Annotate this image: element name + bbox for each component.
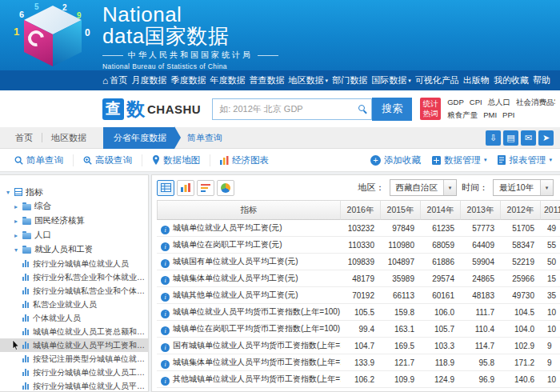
sidebar-indicator-item[interactable]: 按行业分城镇私营企业和个体就业人员 — [0, 284, 148, 298]
tab-data-map[interactable]: 数据地图 — [142, 154, 210, 166]
sidebar-indicator-item[interactable]: 按行业分私营企业和个体就业人员 — [0, 270, 148, 284]
hot-word[interactable]: 粮食产量 — [447, 110, 478, 119]
sidebar-indicator-item[interactable]: 个体就业人员 — [0, 311, 148, 325]
sidebar-category[interactable]: ▸ 国民经济核算 — [0, 214, 148, 228]
bar-chart-view-button[interactable] — [177, 180, 194, 196]
share-button[interactable]: ➤ — [538, 130, 554, 146]
table-row[interactable]: i城镇集体单位就业人员平均货币工资指数(上年=100) 133.9121.711… — [157, 354, 560, 371]
sidebar-category[interactable]: ▸ 综合 — [0, 199, 148, 214]
nav-item[interactable]: 年度数据 — [210, 74, 245, 86]
table-row[interactable]: i城镇单位就业人员平均实际工资指数(上年=100) 102.2157.4103.… — [157, 388, 560, 392]
sidebar-indicator-item[interactable]: 城镇单位就业人员工资总额和指数 — [0, 325, 148, 338]
hot-word[interactable]: PPI — [502, 110, 514, 119]
report-manage-menu[interactable]: 报表管理 ▾ — [498, 154, 552, 166]
breadcrumb-simple-query[interactable]: 简单查询 — [187, 132, 222, 144]
info-icon[interactable]: i — [161, 310, 170, 318]
info-icon[interactable]: i — [161, 276, 170, 285]
info-icon[interactable]: i — [161, 226, 170, 234]
table-row[interactable]: i城镇国有单位就业人员平均工资(元) 109839104897618865990… — [157, 254, 560, 270]
download-button[interactable]: ⇩ — [486, 130, 501, 146]
nav-item[interactable]: 季度数据 — [170, 74, 206, 86]
chashu-logo-shu: 数 — [126, 97, 145, 122]
caret-down-icon: ▾ — [443, 180, 456, 195]
value-cell: 157.4 — [381, 388, 421, 392]
table-row[interactable]: i城镇单位就业人员平均货币工资指数(上年=100) 105.5159.8106.… — [157, 304, 560, 321]
sidebar-indicator-item[interactable]: 按行业分城镇单位就业人员 — [0, 257, 148, 270]
search-input[interactable] — [212, 98, 372, 120]
nav-item[interactable]: 帮助 — [533, 74, 550, 86]
nav-item[interactable]: 国际数据 ▾ — [371, 74, 411, 86]
sidebar-indicator-item[interactable]: 按行业分城镇单位就业人员平均工资 — [0, 379, 148, 392]
value-cell: 102.2 — [341, 388, 381, 392]
info-icon[interactable]: i — [161, 293, 170, 302]
hot-word[interactable]: GDP — [447, 98, 464, 106]
value-cell: 48183 — [461, 287, 501, 304]
sidebar-indicator-item[interactable]: 按行业分城镇单位就业人员工资总额 — [0, 366, 148, 379]
data-manage-menu[interactable]: 数据管理 ▾ — [432, 154, 487, 166]
nav-item-label: 地区数据 — [289, 74, 324, 86]
value-cell: 61235 — [421, 220, 461, 237]
info-icon[interactable]: i — [161, 242, 170, 251]
value-cell: 103.1 — [421, 388, 461, 392]
row-label: 城镇集体单位就业人员平均工资(元) — [173, 274, 298, 282]
breadcrumb-home[interactable]: 首页 — [6, 132, 42, 144]
table-row[interactable]: i城镇单位在岗职工平均货币工资指数(上年=100) 99.4163.1105.7… — [157, 321, 560, 338]
nav-item[interactable]: 部门数据 — [332, 74, 367, 86]
table-row[interactable]: i其他城镇单位就业人员平均货币工资指数(上年=100) 106.2109.912… — [157, 371, 560, 388]
hot-word[interactable]: 社会消费品零售总额 — [516, 98, 555, 106]
info-icon[interactable]: i — [161, 360, 170, 369]
region-filter-label: 地区： — [358, 182, 385, 194]
plus-icon: + — [370, 155, 381, 166]
table-row[interactable]: i国有城镇单位就业人员平均货币工资指数(上年=100) 104.7169.510… — [157, 338, 560, 354]
table-row[interactable]: i城镇其他单位就业人员平均工资(元) 701926611360161481834… — [157, 287, 560, 304]
region-select[interactable]: 西藏自治区 ▾ — [390, 179, 458, 196]
breadcrumb-active-tab[interactable]: 分省年度数据 — [103, 127, 174, 149]
search-icon[interactable] — [358, 105, 365, 111]
search-button[interactable]: 搜索 — [372, 98, 412, 121]
info-icon[interactable]: i — [161, 326, 170, 335]
tree-root-label: 指标 — [26, 186, 43, 198]
hot-word[interactable]: PMI — [483, 110, 497, 119]
hot-word[interactable]: CPI — [470, 98, 482, 106]
breadcrumb-region-data[interactable]: 地区数据 — [42, 132, 95, 144]
time-select-value: 最近10年 — [494, 182, 540, 194]
tree-leaf-label: 城镇单位就业人员平均工资和指数 — [33, 340, 146, 351]
nav-item[interactable]: 月度数据 — [131, 74, 166, 86]
table-view-button[interactable] — [157, 180, 174, 196]
hot-word[interactable]: 总人口 — [488, 98, 511, 106]
value-cell: 10 — [541, 321, 560, 338]
tree-root-indicators[interactable]: ▾ 指标 — [0, 185, 148, 199]
tab-simple-query[interactable]: 简单查询 — [5, 154, 74, 166]
info-icon[interactable]: i — [161, 343, 170, 352]
info-icon[interactable]: i — [161, 377, 170, 386]
value-cell: 61886 — [421, 254, 461, 270]
sidebar-indicator-item[interactable]: 城镇单位就业人员平均工资和指数 — [0, 338, 148, 352]
table-row[interactable]: i城镇集体单位就业人员平均工资(元) 481793598929574248652… — [157, 270, 560, 287]
tab-economic-charts[interactable]: 经济图表 — [210, 154, 278, 166]
time-select[interactable]: 最近10年 ▾ — [493, 179, 554, 196]
sidebar-category[interactable]: ▸ 人口 — [0, 228, 148, 242]
nav-item[interactable]: 普查数据 — [250, 74, 285, 86]
print-button[interactable]: ▤ — [503, 130, 518, 146]
table-row[interactable]: i城镇单位在岗职工平均工资(元) 11033011098068059644095… — [157, 237, 560, 254]
pie-chart-view-button[interactable] — [217, 180, 234, 196]
sort-view-button[interactable] — [197, 180, 214, 196]
nav-item[interactable]: 地区数据 ▾ — [289, 74, 329, 86]
sidebar-indicator-item[interactable]: 私营企业就业人员 — [0, 298, 148, 311]
nav-item[interactable]: 出版物 — [463, 74, 490, 86]
tree-leaf-label: 按行业分城镇单位就业人员工资总额 — [33, 367, 146, 378]
advanced-search-icon — [83, 156, 92, 165]
add-favorite-button[interactable]: + 添加收藏 — [370, 154, 421, 166]
value-cell: 103232 — [341, 220, 381, 237]
sidebar-indicator-item[interactable]: 按登记注册类型分城镇单位就业人员 — [0, 352, 148, 366]
search-icon — [14, 156, 23, 165]
nav-item[interactable]: ⌂ 首页 — [102, 74, 127, 86]
tab-advanced-query[interactable]: 高级查询 — [74, 154, 142, 166]
mail-button[interactable]: ✉ — [521, 130, 536, 146]
chart-icon — [22, 314, 30, 322]
info-icon[interactable]: i — [161, 259, 170, 268]
sidebar-category[interactable]: ▾ 就业人员和工资 — [0, 242, 148, 257]
nav-item[interactable]: 我的收藏 — [494, 74, 529, 86]
table-row[interactable]: i城镇单位就业人员平均工资(元) 10323297849612355777351… — [157, 220, 560, 237]
nav-item[interactable]: 可视化产品 — [415, 74, 459, 86]
